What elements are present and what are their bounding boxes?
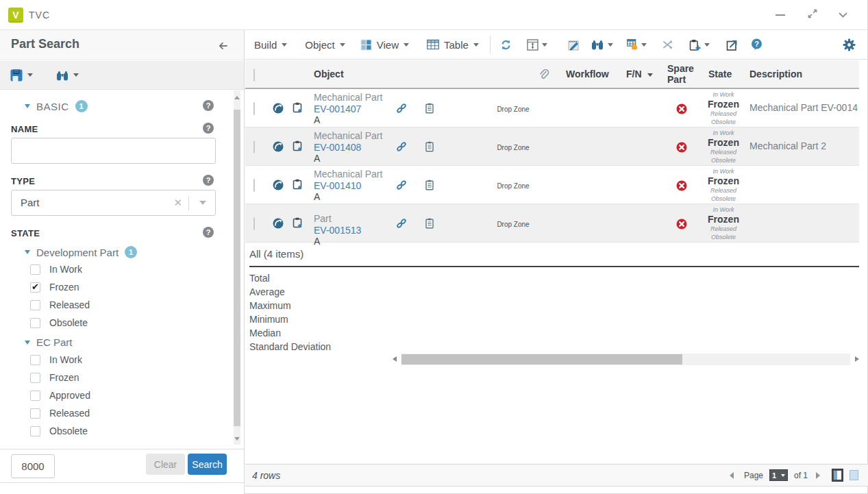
checkbox-label[interactable]: Approved [49,390,90,401]
edit-icon[interactable] [568,39,580,51]
build-menu[interactable]: Build [254,39,287,51]
clipboard-icon[interactable] [424,141,435,152]
type-combobox[interactable]: Part ✕ [11,190,216,216]
row-checkbox[interactable] [253,217,255,230]
collapse-panel-icon[interactable] [218,40,229,51]
checkbox-label[interactable]: In Work [49,264,82,275]
checkbox-row[interactable]: Frozen [30,372,79,383]
checkbox[interactable] [30,355,40,365]
checkbox-row[interactable]: Obsolete [30,425,88,436]
table-select-button[interactable] [627,39,647,50]
row-height-button[interactable] [527,39,547,51]
row-checkbox[interactable] [253,179,255,192]
checkbox[interactable] [30,391,40,401]
clipboard-icon[interactable] [424,180,435,190]
link-icon[interactable] [396,218,407,229]
workflow-drop-zone[interactable]: Drop Zone [472,182,554,190]
part-link[interactable]: EV-001410 [314,180,361,191]
scrollbar-thumb[interactable] [401,354,682,365]
column-description[interactable]: Description [749,69,802,79]
help-icon[interactable]: ? [203,227,214,238]
lifecycle-icon[interactable] [273,103,284,114]
checkbox[interactable] [30,300,40,310]
expand-icon[interactable] [807,8,818,19]
save-search-button[interactable] [10,69,33,82]
checkbox[interactable] [30,408,40,419]
checkbox-row[interactable]: Approved [30,390,90,401]
section-basic[interactable]: BASIC 1 [25,100,88,112]
checkbox-row[interactable]: Frozen [30,282,79,293]
select-all-checkbox[interactable] [253,69,255,82]
next-page-icon[interactable] [816,472,820,479]
part-link[interactable]: EV-001407 [314,103,361,114]
help-icon[interactable]: ? [203,123,214,134]
checkbox[interactable] [30,282,40,293]
horizontal-scrollbar[interactable] [391,354,859,365]
settings-gear-icon[interactable] [843,38,856,51]
workflow-drop-zone[interactable]: Drop Zone [472,221,554,228]
page-select[interactable]: 1 [769,469,788,481]
workflow-drop-zone[interactable]: Drop Zone [472,144,554,151]
column-workflow[interactable]: Workflow [566,69,609,79]
link-icon[interactable] [396,180,407,190]
clipboard-add-icon[interactable] [292,217,303,229]
single-page-view-icon[interactable] [832,469,843,482]
checkbox-row[interactable]: In Work [30,264,82,275]
clear-button[interactable]: Clear [146,454,185,475]
checkbox[interactable] [30,264,40,275]
clipboard-icon[interactable] [424,218,435,229]
state-group-development-part[interactable]: Development Part 1 [25,246,137,258]
checkbox[interactable] [30,373,40,383]
checkbox-label[interactable]: Released [49,299,90,310]
view-menu[interactable]: View [360,39,409,51]
part-link[interactable]: EV-001408 [314,142,361,153]
checkbox-label[interactable]: Obsolete [49,425,88,436]
split-page-view-icon[interactable] [850,470,858,480]
row-checkbox[interactable] [253,140,255,153]
column-spare-part[interactable]: Spare Part [667,63,699,85]
scrollbar-thumb[interactable] [234,110,240,426]
chevron-down-icon[interactable] [838,10,848,20]
checkbox[interactable] [30,318,40,328]
saved-searches-button[interactable] [56,70,79,81]
table-menu[interactable]: Table [427,39,479,51]
scroll-right-icon[interactable] [855,356,859,362]
checkbox-label[interactable]: Frozen [49,372,79,383]
clipboard-icon[interactable] [424,103,435,114]
column-state[interactable]: State [708,69,732,79]
checkbox-row[interactable]: Released [30,408,90,419]
help-icon[interactable] [751,38,762,51]
lifecycle-icon[interactable] [273,141,284,152]
clear-type-icon[interactable]: ✕ [173,197,182,209]
lifecycle-icon[interactable] [273,218,284,229]
previous-page-icon[interactable] [730,472,734,479]
state-group-ec-part[interactable]: EC Part [25,336,73,348]
checkbox-label[interactable]: Released [49,408,90,419]
minimize-icon[interactable] [776,14,785,16]
clipboard-add-icon[interactable] [292,102,303,114]
clipboard-add-button[interactable] [689,39,710,51]
refresh-icon[interactable] [500,39,512,51]
link-icon[interactable] [396,141,407,152]
workflow-drop-zone[interactable]: Drop Zone [472,106,554,113]
scroll-down-icon[interactable] [234,437,240,441]
object-menu[interactable]: Object [305,39,345,51]
checkbox-row[interactable]: Obsolete [30,317,88,328]
help-icon[interactable]: ? [203,100,214,111]
lifecycle-icon[interactable] [273,180,284,190]
checkbox-row[interactable]: Released [30,299,90,310]
name-input[interactable] [11,138,216,164]
row-checkbox[interactable] [253,102,255,115]
part-link[interactable]: EV-001513 [314,225,361,236]
export-icon[interactable] [726,39,737,51]
result-limit-input[interactable] [11,454,55,478]
column-object[interactable]: Object [314,69,344,79]
clipboard-add-icon[interactable] [292,140,303,152]
scroll-left-icon[interactable] [393,356,397,362]
column-fn[interactable]: F/N [626,69,653,79]
help-icon[interactable]: ? [203,175,214,186]
checkbox-label[interactable]: In Work [49,354,82,365]
checkbox-row[interactable]: In Work [30,354,82,365]
search-button[interactable]: Search [188,454,227,475]
link-icon[interactable] [396,103,407,114]
